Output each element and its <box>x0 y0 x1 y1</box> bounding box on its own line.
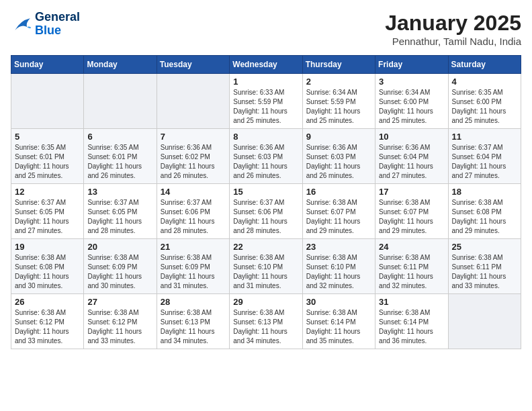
day-number: 20 <box>87 242 152 252</box>
day-info: Sunrise: 6:37 AM Sunset: 6:04 PM Dayligh… <box>452 143 517 181</box>
day-info: Sunrise: 6:38 AM Sunset: 6:14 PM Dayligh… <box>306 308 371 346</box>
day-number: 4 <box>452 77 517 87</box>
day-info: Sunrise: 6:34 AM Sunset: 5:59 PM Dayligh… <box>306 88 371 126</box>
day-info: Sunrise: 6:38 AM Sunset: 6:10 PM Dayligh… <box>306 253 371 291</box>
day-info: Sunrise: 6:38 AM Sunset: 6:08 PM Dayligh… <box>15 253 80 291</box>
calendar-day-cell: 8Sunrise: 6:36 AM Sunset: 6:03 PM Daylig… <box>230 129 302 184</box>
day-info: Sunrise: 6:37 AM Sunset: 6:05 PM Dayligh… <box>87 198 152 236</box>
day-info: Sunrise: 6:37 AM Sunset: 6:05 PM Dayligh… <box>15 198 80 236</box>
calendar-day-cell: 18Sunrise: 6:38 AM Sunset: 6:08 PM Dayli… <box>448 184 521 239</box>
calendar-day-cell: 9Sunrise: 6:36 AM Sunset: 6:03 PM Daylig… <box>302 129 375 184</box>
day-number: 23 <box>306 242 371 252</box>
day-number: 27 <box>87 297 152 307</box>
day-number: 12 <box>15 187 80 197</box>
calendar-day-cell: 30Sunrise: 6:38 AM Sunset: 6:14 PM Dayli… <box>302 294 375 349</box>
day-number: 13 <box>87 187 152 197</box>
day-number: 5 <box>15 132 80 142</box>
calendar-day-cell: 3Sunrise: 6:34 AM Sunset: 6:00 PM Daylig… <box>375 74 448 129</box>
day-number: 24 <box>379 242 444 252</box>
day-info: Sunrise: 6:38 AM Sunset: 6:07 PM Dayligh… <box>306 198 371 236</box>
day-number: 21 <box>161 242 226 252</box>
day-info: Sunrise: 6:36 AM Sunset: 6:02 PM Dayligh… <box>161 143 226 181</box>
calendar-day-cell: 29Sunrise: 6:38 AM Sunset: 6:13 PM Dayli… <box>230 294 302 349</box>
weekday-header-cell: Wednesday <box>230 56 302 74</box>
day-number: 28 <box>161 297 226 307</box>
calendar-day-cell: 24Sunrise: 6:38 AM Sunset: 6:11 PM Dayli… <box>375 239 448 294</box>
calendar-week-row: 5Sunrise: 6:35 AM Sunset: 6:01 PM Daylig… <box>11 129 521 184</box>
day-number: 16 <box>306 187 371 197</box>
day-info: Sunrise: 6:38 AM Sunset: 6:12 PM Dayligh… <box>87 308 152 346</box>
calendar-week-row: 26Sunrise: 6:38 AM Sunset: 6:12 PM Dayli… <box>11 294 521 349</box>
day-info: Sunrise: 6:38 AM Sunset: 6:07 PM Dayligh… <box>379 198 444 236</box>
calendar-table: SundayMondayTuesdayWednesdayThursdayFrid… <box>11 55 521 349</box>
calendar-day-cell: 10Sunrise: 6:36 AM Sunset: 6:04 PM Dayli… <box>375 129 448 184</box>
day-info: Sunrise: 6:38 AM Sunset: 6:09 PM Dayligh… <box>161 253 226 291</box>
day-info: Sunrise: 6:38 AM Sunset: 6:09 PM Dayligh… <box>87 253 152 291</box>
day-number: 25 <box>452 242 517 252</box>
day-number: 7 <box>161 132 226 142</box>
day-info: Sunrise: 6:35 AM Sunset: 6:01 PM Dayligh… <box>87 143 152 181</box>
day-info: Sunrise: 6:38 AM Sunset: 6:12 PM Dayligh… <box>15 308 80 346</box>
weekday-header-cell: Saturday <box>448 56 521 74</box>
day-number: 19 <box>15 242 80 252</box>
day-number: 8 <box>233 132 298 142</box>
calendar-day-cell: 31Sunrise: 6:38 AM Sunset: 6:14 PM Dayli… <box>375 294 448 349</box>
weekday-header-cell: Tuesday <box>157 56 229 74</box>
page-header: General Blue January 2025 Pennathur, Tam… <box>11 11 521 47</box>
day-info: Sunrise: 6:36 AM Sunset: 6:03 PM Dayligh… <box>233 143 298 181</box>
title-block: January 2025 Pennathur, Tamil Nadu, Indi… <box>385 11 521 47</box>
day-number: 2 <box>306 77 371 87</box>
calendar-day-cell: 13Sunrise: 6:37 AM Sunset: 6:05 PM Dayli… <box>84 184 157 239</box>
day-info: Sunrise: 6:38 AM Sunset: 6:11 PM Dayligh… <box>452 253 517 291</box>
calendar-day-cell: 16Sunrise: 6:38 AM Sunset: 6:07 PM Dayli… <box>302 184 375 239</box>
day-number: 22 <box>233 242 298 252</box>
calendar-day-cell: 5Sunrise: 6:35 AM Sunset: 6:01 PM Daylig… <box>11 129 84 184</box>
calendar-day-cell: 7Sunrise: 6:36 AM Sunset: 6:02 PM Daylig… <box>157 129 229 184</box>
calendar-week-row: 12Sunrise: 6:37 AM Sunset: 6:05 PM Dayli… <box>11 184 521 239</box>
day-number: 31 <box>379 297 444 307</box>
calendar-day-cell: 26Sunrise: 6:38 AM Sunset: 6:12 PM Dayli… <box>11 294 84 349</box>
calendar-week-row: 19Sunrise: 6:38 AM Sunset: 6:08 PM Dayli… <box>11 239 521 294</box>
day-info: Sunrise: 6:36 AM Sunset: 6:03 PM Dayligh… <box>306 143 371 181</box>
day-info: Sunrise: 6:38 AM Sunset: 6:13 PM Dayligh… <box>161 308 226 346</box>
calendar-day-cell: 27Sunrise: 6:38 AM Sunset: 6:12 PM Dayli… <box>84 294 157 349</box>
calendar-day-cell: 19Sunrise: 6:38 AM Sunset: 6:08 PM Dayli… <box>11 239 84 294</box>
calendar-day-cell: 17Sunrise: 6:38 AM Sunset: 6:07 PM Dayli… <box>375 184 448 239</box>
calendar-day-cell: 6Sunrise: 6:35 AM Sunset: 6:01 PM Daylig… <box>84 129 157 184</box>
day-info: Sunrise: 6:37 AM Sunset: 6:06 PM Dayligh… <box>233 198 298 236</box>
day-info: Sunrise: 6:36 AM Sunset: 6:04 PM Dayligh… <box>379 143 444 181</box>
day-info: Sunrise: 6:38 AM Sunset: 6:11 PM Dayligh… <box>379 253 444 291</box>
calendar-day-cell <box>11 74 84 129</box>
calendar-day-cell: 20Sunrise: 6:38 AM Sunset: 6:09 PM Dayli… <box>84 239 157 294</box>
day-number: 10 <box>379 132 444 142</box>
calendar-day-cell: 22Sunrise: 6:38 AM Sunset: 6:10 PM Dayli… <box>230 239 302 294</box>
day-info: Sunrise: 6:34 AM Sunset: 6:00 PM Dayligh… <box>379 88 444 126</box>
calendar-day-cell: 2Sunrise: 6:34 AM Sunset: 5:59 PM Daylig… <box>302 74 375 129</box>
logo-text: General Blue <box>35 11 80 38</box>
calendar-day-cell <box>157 74 229 129</box>
day-info: Sunrise: 6:33 AM Sunset: 5:59 PM Dayligh… <box>233 88 298 126</box>
logo-bird-icon <box>11 15 32 34</box>
weekday-header-cell: Thursday <box>302 56 375 74</box>
day-number: 3 <box>379 77 444 87</box>
calendar-day-cell: 12Sunrise: 6:37 AM Sunset: 6:05 PM Dayli… <box>11 184 84 239</box>
calendar-week-row: 1Sunrise: 6:33 AM Sunset: 5:59 PM Daylig… <box>11 74 521 129</box>
calendar-day-cell: 14Sunrise: 6:37 AM Sunset: 6:06 PM Dayli… <box>157 184 229 239</box>
calendar-subtitle: Pennathur, Tamil Nadu, India <box>385 36 521 47</box>
calendar-day-cell: 1Sunrise: 6:33 AM Sunset: 5:59 PM Daylig… <box>230 74 302 129</box>
day-number: 14 <box>161 187 226 197</box>
calendar-day-cell: 28Sunrise: 6:38 AM Sunset: 6:13 PM Dayli… <box>157 294 229 349</box>
day-number: 15 <box>233 187 298 197</box>
day-number: 11 <box>452 132 517 142</box>
day-number: 30 <box>306 297 371 307</box>
calendar-day-cell: 11Sunrise: 6:37 AM Sunset: 6:04 PM Dayli… <box>448 129 521 184</box>
day-number: 1 <box>233 77 298 87</box>
weekday-header-cell: Monday <box>84 56 157 74</box>
weekday-header-cell: Friday <box>375 56 448 74</box>
day-info: Sunrise: 6:38 AM Sunset: 6:13 PM Dayligh… <box>233 308 298 346</box>
day-info: Sunrise: 6:37 AM Sunset: 6:06 PM Dayligh… <box>161 198 226 236</box>
calendar-day-cell: 4Sunrise: 6:35 AM Sunset: 6:00 PM Daylig… <box>448 74 521 129</box>
day-number: 9 <box>306 132 371 142</box>
calendar-title: January 2025 <box>385 11 521 36</box>
day-info: Sunrise: 6:38 AM Sunset: 6:10 PM Dayligh… <box>233 253 298 291</box>
